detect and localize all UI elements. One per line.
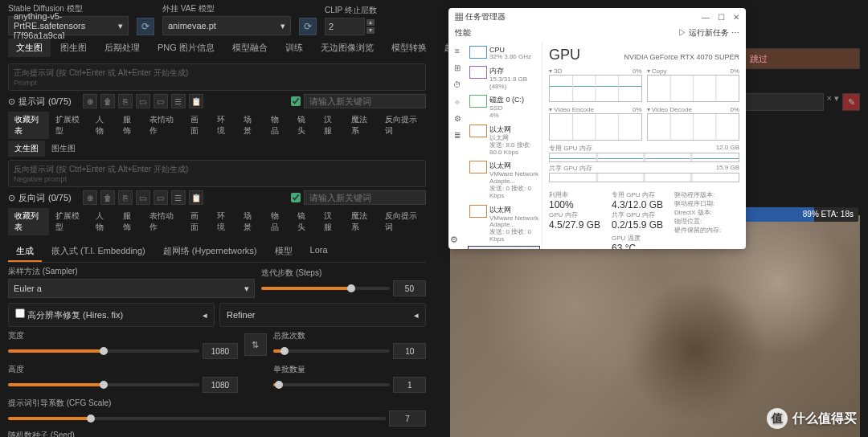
- tab-pnginfo[interactable]: PNG 图片信息: [149, 39, 223, 57]
- tag-fav[interactable]: 收藏列表: [8, 112, 49, 139]
- tag-item[interactable]: 场景: [237, 208, 264, 235]
- clip-up-icon[interactable]: ▴: [366, 19, 375, 26]
- cfg-value[interactable]: 7: [389, 410, 426, 427]
- tag-item[interactable]: 镜头: [291, 112, 317, 139]
- chip-icon[interactable]: ⊕: [83, 94, 97, 108]
- chip-icon[interactable]: ☰: [171, 94, 186, 108]
- tab-browse[interactable]: 无边图像浏览: [313, 39, 382, 57]
- tag-item[interactable]: 汉服: [317, 112, 344, 139]
- tm-item-disk[interactable]: 磁盘 0 (C:)SSD4%: [468, 92, 540, 122]
- tag-item[interactable]: 画面: [184, 208, 211, 235]
- tag-item[interactable]: 表情动作: [143, 112, 184, 139]
- sampler-select[interactable]: Euler a▾: [8, 279, 255, 298]
- refresh-vae-icon[interactable]: ⟳: [299, 18, 317, 35]
- subtag[interactable]: 图生图: [45, 141, 82, 157]
- tm-item-cpu[interactable]: CPU32% 3.86 GHz: [468, 43, 540, 63]
- sd-model-select[interactable]: anything-v5-PrtRE.safetensors [7f96a1a9c…: [8, 16, 129, 35]
- keyword-checkbox[interactable]: [291, 193, 301, 202]
- keyword-input[interactable]: [304, 190, 426, 205]
- more-icon[interactable]: ⋯: [731, 28, 739, 37]
- gentab-hyper[interactable]: 超网络 (Hypernetworks): [155, 242, 265, 262]
- subtag[interactable]: 文生图: [8, 141, 45, 157]
- task-manager-window[interactable]: ▦ 任务管理器 — ☐ ✕ 性能 ▷ 运行新任务 ⋯ ≡ ⊞ ⏱ ⟐ ⚙ ≣ C…: [448, 8, 746, 249]
- tag-item[interactable]: 人物: [89, 112, 116, 139]
- steps-value[interactable]: 50: [393, 280, 426, 296]
- vae-select[interactable]: animevae.pt▾: [162, 16, 291, 35]
- chevron-icon[interactable]: ⊙: [8, 96, 15, 107]
- tag-item[interactable]: 魔法系: [345, 208, 379, 235]
- tm-item-mem[interactable]: 内存15.3/31.8 GB (48%): [468, 63, 540, 93]
- tm-item-net[interactable]: 以太网VMware Network Adapte...发送: 0 接收: 0 K…: [468, 158, 540, 202]
- tag-item[interactable]: 服饰: [117, 112, 143, 139]
- tab-train[interactable]: 训练: [277, 39, 311, 57]
- tag-item[interactable]: 表情动作: [143, 208, 184, 235]
- height-slider[interactable]: [8, 383, 199, 386]
- chip-icon[interactable]: ▭: [154, 94, 168, 108]
- users-icon[interactable]: ≣: [454, 131, 461, 140]
- tab-img2img[interactable]: 图生图: [52, 39, 95, 57]
- chip-icon[interactable]: 📋: [189, 94, 203, 108]
- tab-merge[interactable]: 模型融合: [224, 39, 276, 57]
- chip-icon[interactable]: ☰: [171, 190, 186, 205]
- tag-item[interactable]: 魔法系: [345, 112, 379, 139]
- gentab-ti[interactable]: 嵌入式 (T.I. Embedding): [43, 242, 154, 262]
- chip-icon[interactable]: ▭: [136, 190, 150, 205]
- refiner-toggle[interactable]: Refiner◂: [219, 303, 426, 327]
- brush-icon[interactable]: ✎: [842, 93, 860, 111]
- chip-icon[interactable]: 🗑: [100, 94, 115, 108]
- chip-icon[interactable]: ⎘: [118, 94, 133, 108]
- batchsize-value[interactable]: 1: [393, 377, 426, 393]
- tab-extras[interactable]: 后期处理: [96, 39, 148, 57]
- tag-item[interactable]: 镜头: [291, 208, 317, 235]
- tag-item[interactable]: 扩展模型: [49, 208, 90, 235]
- tag-item[interactable]: 环境: [211, 112, 237, 139]
- steps-slider[interactable]: [261, 287, 390, 290]
- history-icon[interactable]: ⟐: [455, 97, 460, 106]
- batchcount-value[interactable]: 10: [393, 343, 426, 359]
- prompt-negative[interactable]: 反向提示词 (按 Ctrl+Enter 或 Alt+Enter 开始生成) Ne…: [8, 160, 426, 187]
- gentab-model[interactable]: 模型: [267, 242, 301, 262]
- tag-item[interactable]: 反向提示词: [379, 112, 426, 139]
- perf-icon[interactable]: ⏱: [453, 80, 461, 89]
- keyword-input[interactable]: [304, 94, 426, 108]
- settings-icon[interactable]: ⚙: [450, 235, 458, 245]
- cfg-slider[interactable]: [8, 417, 386, 420]
- tag-item[interactable]: 汉服: [317, 208, 344, 235]
- chip-icon[interactable]: ⎘: [118, 190, 133, 205]
- minimize-icon[interactable]: —: [702, 13, 710, 22]
- width-value[interactable]: 1080: [203, 343, 237, 359]
- chip-icon[interactable]: ▭: [136, 94, 150, 108]
- tag-item[interactable]: 扩展模型: [49, 112, 90, 139]
- refresh-sd-icon[interactable]: ⟳: [137, 18, 154, 35]
- tm-perf-tab[interactable]: 性能: [455, 27, 471, 39]
- width-slider[interactable]: [8, 349, 199, 353]
- tag-item[interactable]: 人物: [89, 208, 116, 235]
- gentab-lora[interactable]: Lora: [302, 242, 336, 262]
- swap-wh-icon[interactable]: ⇅: [244, 333, 267, 356]
- tag-fav[interactable]: 收藏列表: [8, 208, 49, 235]
- tm-item-gpu[interactable]: GPU 0NVIDIA GeForce RTX 407...100% (63 °…: [468, 246, 540, 249]
- keyword-checkbox[interactable]: [291, 96, 301, 106]
- tag-item[interactable]: 物品: [264, 208, 291, 235]
- close-icon[interactable]: ✕: [733, 13, 739, 22]
- proc-icon[interactable]: ⊞: [454, 63, 461, 72]
- chip-icon[interactable]: 🗑: [100, 190, 115, 205]
- tab-txt2img[interactable]: 文生图: [8, 39, 51, 57]
- prompt-positive[interactable]: 正向提示词 (按 Ctrl+Enter 或 Alt+Enter 开始生成) Pr…: [8, 63, 426, 91]
- tm-item-net[interactable]: 以太网以太网发送: 8.0 接收: 80.0 Kbps: [468, 122, 540, 158]
- tm-item-net[interactable]: 以太网VMware Network Adapte...发送: 0 接收: 0 K…: [468, 202, 540, 246]
- tab-convert[interactable]: 模型转换: [383, 39, 435, 57]
- height-value[interactable]: 1080: [203, 377, 237, 393]
- maximize-icon[interactable]: ☐: [718, 13, 725, 22]
- tag-item[interactable]: 环境: [211, 208, 237, 235]
- chip-icon[interactable]: 📋: [189, 190, 203, 205]
- tag-item[interactable]: 画面: [184, 112, 211, 139]
- tag-item[interactable]: 场景: [237, 112, 264, 139]
- menu-icon[interactable]: ≡: [455, 47, 460, 55]
- chip-icon[interactable]: ⊕: [83, 190, 97, 205]
- clip-down-icon[interactable]: ▾: [366, 27, 375, 34]
- tag-item[interactable]: 服饰: [117, 208, 143, 235]
- run-task-icon[interactable]: ▷: [678, 28, 686, 37]
- hires-toggle[interactable]: 高分辨率修复 (Hires. fix)◂: [8, 303, 215, 327]
- chevron-icon[interactable]: ⊙: [8, 193, 15, 203]
